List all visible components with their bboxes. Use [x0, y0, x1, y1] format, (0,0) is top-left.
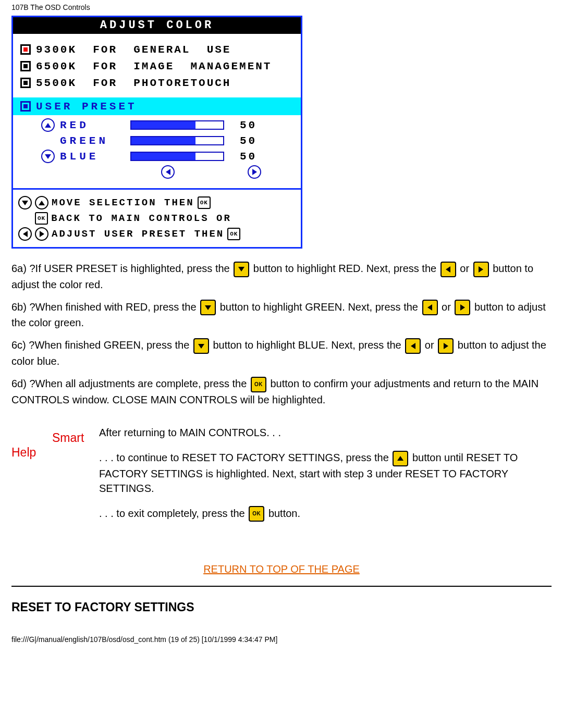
arrow-up-icon: [35, 196, 48, 209]
instructions: 6a) ?If USER PRESET is highlighted, pres…: [11, 261, 552, 408]
arrow-left-icon[interactable]: [161, 165, 175, 179]
rgb-row-red[interactable]: RED 50: [41, 117, 296, 133]
footer-text: BACK TO MAIN CONTROLS OR: [51, 213, 231, 224]
text: or: [425, 339, 437, 351]
radio-icon: [20, 78, 31, 88]
radio-icon: [20, 61, 31, 71]
ok-button-icon: OK: [249, 506, 264, 522]
left-button-icon: [440, 262, 456, 277]
text: 6a) ?If USER PRESET is highlighted, pres…: [11, 263, 232, 274]
page-header: 107B The OSD Controls: [11, 0, 552, 16]
text: button to highlight GREEN. Next, press t…: [220, 301, 421, 313]
step-6a: 6a) ?If USER PRESET is highlighted, pres…: [11, 261, 552, 292]
right-button-icon: [473, 262, 489, 277]
ok-icon: OK: [198, 196, 211, 209]
text: button.: [268, 508, 300, 519]
exit-text: . . . to exit completely, press the OK b…: [99, 506, 552, 522]
return-to-top-link[interactable]: RETURN TO TOP OF THE PAGE: [11, 563, 552, 575]
slider-blue[interactable]: [130, 152, 224, 161]
ok-button-icon: OK: [251, 377, 266, 392]
osd-panel: ADJUST COLOR 9300K FOR GENERAL USE 6500K…: [11, 16, 302, 249]
slider-green[interactable]: [130, 136, 224, 145]
value-blue: 50: [240, 151, 257, 163]
section-heading-reset: RESET TO FACTORY SETTINGS: [11, 600, 552, 614]
rgb-area: RED 50 GREEN 50 BLUE 50: [20, 115, 296, 184]
user-preset-label: USER PRESET: [36, 101, 137, 113]
left-button-icon: [405, 338, 421, 354]
step-6c: 6c) ?When finished GREEN, press the butt…: [11, 338, 552, 369]
right-button-icon: [455, 300, 470, 315]
up-button-icon: [393, 451, 408, 466]
text: or: [442, 301, 454, 313]
option-user-preset[interactable]: USER PRESET: [13, 97, 301, 115]
arrow-down-icon: [18, 196, 32, 209]
option-label: 6500K FOR IMAGE MANAGEMENT: [36, 60, 272, 72]
help-label: Help: [11, 429, 43, 461]
rgb-label: BLUE: [60, 151, 130, 163]
page-footer: file:///G|/manual/english/107B/osd/osd_c…: [11, 635, 552, 644]
arrow-right-icon[interactable]: [248, 165, 261, 179]
rgb-label: GREEN: [60, 135, 130, 147]
option-6500k[interactable]: 6500K FOR IMAGE MANAGEMENT: [20, 58, 296, 75]
rgb-row-green[interactable]: GREEN 50: [41, 133, 296, 149]
step-6b: 6b) ?When finished with RED, press the b…: [11, 300, 552, 331]
down-button-icon: [234, 262, 249, 277]
slider-red[interactable]: [130, 120, 224, 130]
text: 6b) ?When finished with RED, press the: [11, 301, 199, 313]
footer-text: MOVE SELECTION THEN: [52, 197, 194, 208]
option-5500k[interactable]: 5500K FOR PHOTORETOUCH: [20, 75, 296, 91]
step-6d: 6d) ?When all adjustments are complete, …: [11, 376, 552, 408]
rgb-label: RED: [60, 119, 130, 131]
arrow-right-icon: [35, 227, 48, 241]
footer-text: ADJUST USER PRESET THEN: [52, 228, 224, 240]
osd-footer: MOVE SELECTION THEN OK OK BACK TO MAIN C…: [13, 188, 301, 247]
option-label: 9300K FOR GENERAL USE: [36, 44, 231, 56]
value-red: 50: [240, 119, 257, 131]
right-button-icon: [438, 338, 454, 354]
ok-icon: OK: [227, 228, 240, 240]
text: or: [460, 263, 472, 274]
smart-help-block: Help Smart After returning to MAIN CONTR…: [11, 415, 552, 532]
after-text: After returning to MAIN CONTROLS. . .: [99, 425, 552, 440]
text: button to highlight RED. Next, press the: [253, 263, 439, 274]
rgb-row-blue[interactable]: BLUE 50: [41, 149, 296, 164]
footer-line-3: ADJUST USER PRESET THEN OK: [18, 226, 297, 242]
down-button-icon: [200, 300, 216, 315]
text: 6c) ?When finished GREEN, press the: [11, 339, 192, 351]
continue-text: . . . to continue to RESET TO FACTORY SE…: [99, 450, 552, 496]
lr-arrows: [41, 164, 296, 182]
footer-line-2: OK BACK TO MAIN CONTROLS OR: [18, 211, 297, 226]
divider: [11, 586, 552, 587]
text: 6d) ?When all adjustments are complete, …: [11, 378, 250, 389]
left-button-icon: [422, 300, 438, 315]
option-label: 5500K FOR PHOTORETOUCH: [36, 77, 231, 89]
down-button-icon: [193, 338, 209, 354]
text: . . . to continue to RESET TO FACTORY SE…: [99, 452, 391, 463]
footer-line-1: MOVE SELECTION THEN OK: [18, 195, 297, 211]
option-9300k[interactable]: 9300K FOR GENERAL USE: [20, 41, 296, 58]
arrow-down-icon: [41, 150, 55, 163]
value-green: 50: [240, 135, 257, 147]
arrow-left-icon: [18, 227, 32, 241]
radio-icon: [20, 44, 31, 55]
text: . . . to exit completely, press the: [99, 508, 248, 519]
radio-icon: [20, 101, 31, 112]
osd-body: 9300K FOR GENERAL USE 6500K FOR IMAGE MA…: [13, 34, 301, 188]
smart-label: Smart: [52, 429, 90, 446]
ok-icon: OK: [35, 212, 48, 225]
osd-title: ADJUST COLOR: [13, 17, 301, 34]
text: button to highlight BLUE. Next, press th…: [213, 339, 404, 351]
arrow-up-icon: [41, 118, 55, 132]
